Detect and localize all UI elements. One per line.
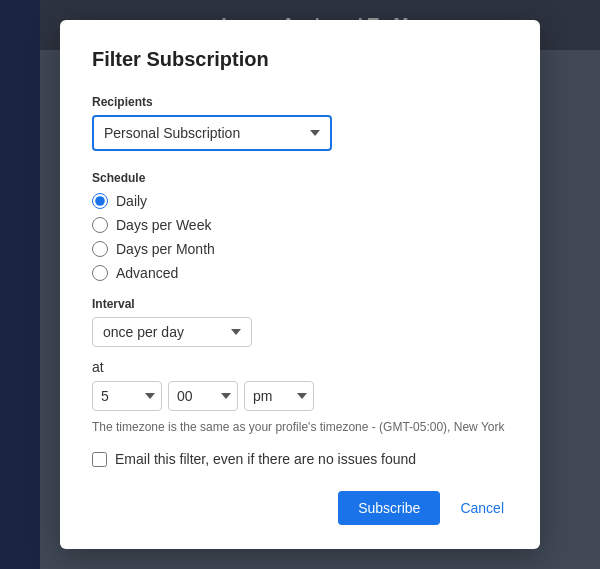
modal-footer: Subscribe Cancel xyxy=(92,491,508,525)
interval-section: Interval once per day twice per day ever… xyxy=(92,297,508,347)
timezone-note: The timezone is the same as your profile… xyxy=(92,419,508,436)
schedule-daily-radio[interactable] xyxy=(92,193,108,209)
schedule-advanced-radio[interactable] xyxy=(92,265,108,281)
schedule-advanced-label[interactable]: Advanced xyxy=(116,265,178,281)
filter-subscription-modal: Filter Subscription Recipients Personal … xyxy=(60,20,540,550)
schedule-daily-item: Daily xyxy=(92,193,508,209)
recipients-section: Recipients Personal Subscription Team Su… xyxy=(92,95,508,151)
schedule-section: Schedule Daily Days per Week Days per Mo… xyxy=(92,171,508,281)
cancel-button[interactable]: Cancel xyxy=(456,491,508,525)
schedule-days-per-week-label[interactable]: Days per Week xyxy=(116,217,211,233)
modal-title: Filter Subscription xyxy=(92,48,508,71)
minute-select[interactable]: 00153045 xyxy=(168,381,238,411)
schedule-days-per-week-radio[interactable] xyxy=(92,217,108,233)
ampm-select[interactable]: ampm xyxy=(244,381,314,411)
schedule-advanced-item: Advanced xyxy=(92,265,508,281)
schedule-days-per-month-item: Days per Month xyxy=(92,241,508,257)
email-checkbox-label[interactable]: Email this filter, even if there are no … xyxy=(115,451,416,467)
schedule-days-per-week-item: Days per Week xyxy=(92,217,508,233)
email-checkbox-row: Email this filter, even if there are no … xyxy=(92,451,508,467)
schedule-days-per-month-label[interactable]: Days per Month xyxy=(116,241,215,257)
schedule-daily-label[interactable]: Daily xyxy=(116,193,147,209)
recipients-select[interactable]: Personal Subscription Team Subscription xyxy=(92,115,332,151)
modal-overlay: Filter Subscription Recipients Personal … xyxy=(0,0,600,569)
interval-select[interactable]: once per day twice per day every hour xyxy=(92,317,252,347)
schedule-radio-group: Daily Days per Week Days per Month Advan… xyxy=(92,193,508,281)
at-section: at 1234 5678 9101112 00153045 ampm xyxy=(92,359,508,411)
subscribe-button[interactable]: Subscribe xyxy=(338,491,440,525)
email-checkbox[interactable] xyxy=(92,452,107,467)
interval-label: Interval xyxy=(92,297,508,311)
recipients-label: Recipients xyxy=(92,95,508,109)
hour-select[interactable]: 1234 5678 9101112 xyxy=(92,381,162,411)
schedule-days-per-month-radio[interactable] xyxy=(92,241,108,257)
at-label: at xyxy=(92,359,508,375)
time-row: 1234 5678 9101112 00153045 ampm xyxy=(92,381,508,411)
schedule-label: Schedule xyxy=(92,171,508,185)
